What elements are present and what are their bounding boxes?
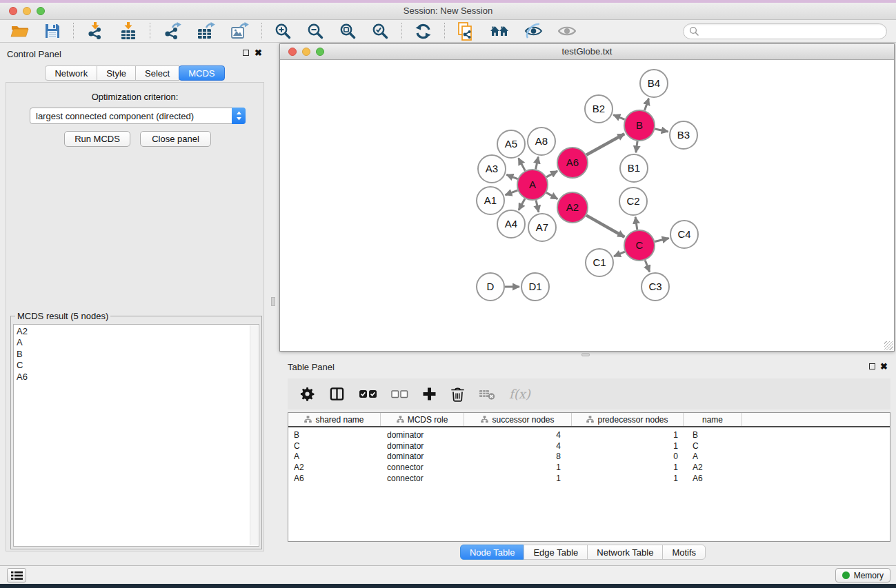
edge-A-A8[interactable] bbox=[536, 157, 539, 170]
close-table-panel-icon[interactable]: ✖ bbox=[880, 363, 888, 371]
node-C1[interactable]: C1 bbox=[586, 249, 613, 276]
export-image-button[interactable] bbox=[223, 20, 257, 42]
close-panel-icon[interactable]: ✖ bbox=[255, 49, 262, 57]
tab-mcds[interactable]: MCDS bbox=[179, 65, 224, 81]
network-zoom-button[interactable] bbox=[316, 48, 324, 56]
open-file-button[interactable] bbox=[3, 20, 37, 42]
export-network-button[interactable] bbox=[155, 20, 189, 42]
function-builder-button[interactable]: f(x) bbox=[502, 378, 537, 409]
delete-table-button[interactable] bbox=[472, 378, 502, 409]
edge-A6-B[interactable] bbox=[586, 134, 624, 155]
run-mcds-button[interactable]: Run MCDS bbox=[64, 131, 130, 147]
edge-A-A4[interactable] bbox=[519, 199, 525, 210]
node-B[interactable]: B bbox=[624, 110, 655, 141]
node-C3[interactable]: C3 bbox=[641, 273, 669, 301]
node-C4[interactable]: C4 bbox=[670, 221, 698, 248]
mcds-result-item[interactable]: A bbox=[17, 337, 259, 348]
edge-A-A6[interactable] bbox=[546, 171, 557, 177]
mcds-result-item[interactable]: A6 bbox=[17, 372, 259, 383]
tab-style[interactable]: Style bbox=[97, 65, 136, 81]
node-A2[interactable]: A2 bbox=[557, 192, 588, 223]
tab-node-table[interactable]: Node Table bbox=[460, 545, 525, 560]
close-panel-button[interactable]: Close panel bbox=[140, 131, 211, 147]
edge-B-B1[interactable] bbox=[636, 141, 637, 152]
show-all-button[interactable] bbox=[550, 20, 584, 42]
node-A1[interactable]: A1 bbox=[477, 187, 504, 214]
edge-B-B3[interactable] bbox=[655, 129, 668, 132]
first-neighbors-button[interactable] bbox=[482, 20, 517, 42]
tab-network-table[interactable]: Network Table bbox=[587, 545, 663, 560]
table-row[interactable]: Bdominator41B bbox=[288, 429, 890, 440]
node-A[interactable]: A bbox=[517, 170, 548, 200]
memory-button[interactable]: Memory bbox=[835, 568, 890, 582]
import-table-button[interactable] bbox=[112, 20, 145, 42]
node-C2[interactable]: C2 bbox=[619, 187, 647, 215]
split-panel-button[interactable] bbox=[322, 378, 352, 409]
delete-column-button[interactable] bbox=[444, 378, 472, 409]
table-row[interactable]: A2connector11A2 bbox=[288, 462, 890, 473]
node-A3[interactable]: A3 bbox=[478, 155, 506, 183]
node-B1[interactable]: B1 bbox=[620, 154, 648, 182]
node-A5[interactable]: A5 bbox=[497, 130, 525, 158]
mcds-result-item[interactable]: B bbox=[17, 349, 259, 360]
export-table-button[interactable] bbox=[189, 20, 223, 42]
float-table-panel-icon[interactable] bbox=[869, 363, 875, 369]
task-history-button[interactable] bbox=[7, 568, 26, 582]
deselect-all-button[interactable] bbox=[384, 378, 415, 409]
node-B3[interactable]: B3 bbox=[670, 121, 697, 149]
tab-network[interactable]: Network bbox=[45, 65, 97, 81]
edge-B-B4[interactable] bbox=[644, 99, 648, 111]
table-settings-button[interactable] bbox=[292, 378, 322, 409]
table-row[interactable]: A6connector11A6 bbox=[288, 473, 890, 484]
edge-C-C1[interactable] bbox=[614, 252, 625, 256]
search-box[interactable] bbox=[683, 23, 887, 39]
network-close-button[interactable] bbox=[288, 48, 297, 56]
select-all-button[interactable] bbox=[352, 378, 384, 409]
edge-A-A5[interactable] bbox=[519, 158, 526, 170]
network-graph[interactable]: B4B2BB3B1A6A5A8A3AA1A4A7A2C2C4CC1C3DD1 bbox=[280, 60, 894, 352]
create-column-button[interactable] bbox=[415, 378, 444, 409]
network-minimize-button[interactable] bbox=[302, 48, 310, 56]
import-network-button[interactable] bbox=[79, 20, 112, 42]
mcds-result-item[interactable]: A2 bbox=[17, 326, 259, 337]
column-header-shared-name[interactable]: shared name bbox=[288, 413, 381, 426]
node-A4[interactable]: A4 bbox=[497, 210, 525, 238]
edge-A2-C[interactable] bbox=[586, 215, 624, 236]
tab-select[interactable]: Select bbox=[135, 65, 179, 81]
network-window-titlebar[interactable]: testGlobe.txt bbox=[280, 44, 894, 60]
clone-network-button[interactable] bbox=[450, 20, 482, 42]
list-scrollbar[interactable] bbox=[250, 325, 258, 545]
table-row[interactable]: Adominator80A bbox=[288, 452, 890, 463]
edge-A-A7[interactable] bbox=[536, 200, 539, 212]
node-B2[interactable]: B2 bbox=[585, 95, 613, 123]
optimization-criterion-select[interactable]: largest connected component (directed) bbox=[30, 108, 246, 124]
window-resize-grip[interactable] bbox=[884, 341, 893, 350]
tab-edge-table[interactable]: Edge Table bbox=[524, 545, 588, 560]
hide-selected-button[interactable] bbox=[517, 20, 550, 42]
edge-C-C3[interactable] bbox=[645, 260, 650, 272]
node-A8[interactable]: A8 bbox=[528, 128, 555, 155]
node-A6[interactable]: A6 bbox=[557, 148, 588, 178]
column-header-predecessor-nodes[interactable]: predecessor nodes bbox=[572, 413, 684, 426]
zoom-fit-button[interactable] bbox=[332, 20, 364, 42]
tab-motifs[interactable]: Motifs bbox=[662, 545, 706, 560]
network-canvas[interactable]: B4B2BB3B1A6A5A8A3AA1A4A7A2C2C4CC1C3DD1 bbox=[280, 60, 894, 351]
zoom-in-button[interactable] bbox=[267, 20, 299, 42]
zoom-selected-button[interactable] bbox=[364, 20, 397, 42]
node-A7[interactable]: A7 bbox=[528, 214, 556, 241]
float-panel-icon[interactable] bbox=[243, 50, 249, 56]
edge-A-A3[interactable] bbox=[506, 174, 517, 179]
search-input[interactable] bbox=[702, 26, 881, 36]
edge-A-A1[interactable] bbox=[506, 190, 518, 195]
node-B4[interactable]: B4 bbox=[640, 70, 668, 97]
column-header-name[interactable]: name bbox=[684, 413, 742, 426]
edge-A-A2[interactable] bbox=[546, 192, 557, 199]
edge-B-B2[interactable] bbox=[613, 115, 624, 120]
table-row[interactable]: Cdominator41C bbox=[288, 440, 890, 452]
refresh-network-button[interactable] bbox=[407, 20, 439, 42]
save-session-button[interactable] bbox=[37, 20, 68, 42]
column-header-successor-nodes[interactable]: successor nodes bbox=[464, 413, 572, 426]
node-D[interactable]: D bbox=[477, 273, 504, 301]
mcds-result-item[interactable]: C bbox=[17, 360, 259, 371]
node-D1[interactable]: D1 bbox=[521, 273, 549, 301]
